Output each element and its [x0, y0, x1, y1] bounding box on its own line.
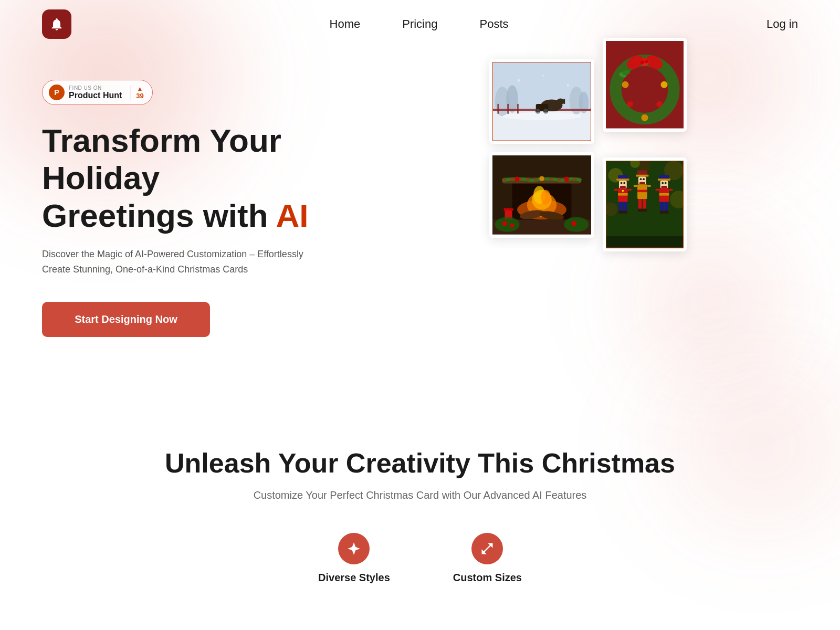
hero-title-ai: AI	[276, 197, 309, 234]
svg-rect-104	[659, 193, 669, 196]
svg-point-34	[661, 81, 668, 88]
svg-point-52	[564, 177, 569, 182]
svg-rect-105	[655, 189, 659, 191]
svg-rect-91	[634, 185, 637, 187]
navbar: Home Pricing Posts Log in	[0, 0, 840, 48]
ph-name-label: Product Hunt	[69, 91, 122, 100]
fireplace-image	[492, 155, 591, 234]
app-logo[interactable]	[42, 9, 71, 39]
ph-letter: P	[54, 88, 59, 97]
nutcracker-image	[606, 161, 684, 248]
svg-rect-69	[616, 179, 629, 181]
card-fireplace	[489, 152, 594, 237]
winter-carriage-image: ❄ ❄ ❄	[492, 62, 591, 141]
hero-section: P FIND Us ON Product Hunt ▲ 39 Transform…	[0, 48, 840, 405]
login-button[interactable]: Log in	[766, 17, 798, 31]
svg-point-57	[564, 217, 589, 232]
svg-rect-75	[618, 193, 628, 196]
hero-title: Transform Your Holiday Greetings with AI	[42, 122, 357, 234]
hero-images: ❄ ❄ ❄	[378, 59, 798, 251]
svg-rect-109	[660, 211, 664, 214]
ph-find-label: FIND Us ON	[69, 85, 122, 91]
custom-sizes-label: Custom Sizes	[453, 572, 522, 584]
features-row: Diverse Styles Custom Sizes	[42, 533, 798, 584]
svg-rect-14	[563, 99, 565, 103]
svg-point-101	[665, 182, 667, 184]
creativity-section: Unleash Your Creativity This Christmas C…	[0, 405, 840, 615]
svg-rect-111	[606, 236, 684, 248]
svg-point-46	[541, 190, 551, 205]
svg-point-58	[502, 221, 507, 226]
svg-rect-94	[643, 199, 646, 209]
svg-point-37	[642, 57, 646, 61]
hero-title-line1: Transform Your Holiday	[42, 122, 281, 196]
svg-point-86	[640, 178, 642, 181]
resize-icon	[480, 541, 495, 556]
svg-rect-96	[642, 209, 646, 212]
svg-rect-7	[497, 104, 499, 114]
svg-rect-98	[658, 179, 670, 181]
sparkle-icon	[346, 541, 361, 556]
svg-rect-107	[660, 202, 664, 212]
svg-text:❄: ❄	[566, 83, 570, 87]
diverse-styles-icon-circle	[338, 533, 370, 564]
nav-links: Home Pricing Posts	[71, 17, 766, 31]
svg-point-32	[642, 114, 648, 121]
svg-point-50	[514, 177, 519, 182]
card-winter-carriage: ❄ ❄ ❄	[489, 59, 594, 144]
svg-rect-73	[620, 186, 626, 188]
svg-rect-9	[517, 104, 519, 114]
card-nutcracker	[603, 158, 687, 251]
ph-vote-number: 39	[136, 92, 143, 100]
ph-arrow-icon: ▲	[137, 86, 143, 92]
hero-subtitle: Discover the Magic of AI-Powered Customi…	[42, 247, 315, 277]
svg-point-59	[510, 224, 514, 228]
svg-rect-95	[638, 209, 642, 212]
svg-point-100	[662, 182, 664, 184]
nav-posts[interactable]: Posts	[479, 17, 508, 31]
ph-text: FIND Us ON Product Hunt	[69, 85, 122, 100]
svg-point-72	[623, 182, 625, 184]
svg-rect-68	[618, 175, 628, 179]
svg-point-31	[627, 101, 633, 107]
svg-rect-88	[639, 182, 645, 185]
feature-diverse-styles: Diverse Styles	[318, 533, 390, 584]
svg-text:❄: ❄	[542, 74, 544, 77]
svg-point-51	[539, 176, 544, 181]
svg-rect-81	[618, 211, 623, 214]
svg-rect-97	[659, 175, 669, 179]
svg-point-76	[622, 190, 624, 192]
nav-home[interactable]: Home	[330, 17, 361, 31]
nav-pricing[interactable]: Pricing	[402, 17, 437, 31]
cards-grid: ❄ ❄ ❄	[489, 59, 687, 251]
hero-title-line2: Greetings with	[42, 197, 276, 234]
cta-button[interactable]: Start Designing Now	[42, 302, 210, 337]
product-hunt-badge[interactable]: P FIND Us ON Product Hunt ▲ 39	[42, 80, 153, 105]
svg-point-30	[622, 81, 629, 88]
svg-rect-102	[661, 186, 667, 188]
svg-rect-110	[664, 211, 668, 214]
svg-rect-90	[637, 190, 647, 193]
svg-point-33	[656, 101, 662, 107]
svg-rect-78	[628, 189, 632, 191]
svg-point-18	[502, 112, 581, 120]
svg-point-60	[571, 221, 576, 226]
creativity-heading: Unleash Your Creativity This Christmas	[42, 447, 798, 479]
svg-rect-80	[623, 202, 626, 212]
bell-icon	[49, 17, 64, 32]
svg-point-13	[556, 99, 564, 104]
diverse-styles-label: Diverse Styles	[318, 572, 390, 584]
svg-rect-77	[614, 189, 618, 191]
svg-rect-106	[669, 189, 673, 191]
wreath-image	[606, 41, 684, 129]
svg-rect-79	[619, 202, 622, 212]
feature-custom-sizes: Custom Sizes	[453, 533, 522, 584]
custom-sizes-icon-circle	[471, 533, 503, 564]
creativity-subheading: Customize Your Perfect Christmas Card wi…	[42, 489, 798, 501]
svg-rect-84	[636, 175, 648, 177]
svg-rect-82	[623, 211, 627, 214]
svg-rect-83	[637, 171, 647, 175]
card-wreath	[603, 38, 687, 132]
ph-logo: P	[49, 85, 65, 100]
svg-rect-92	[647, 185, 651, 187]
